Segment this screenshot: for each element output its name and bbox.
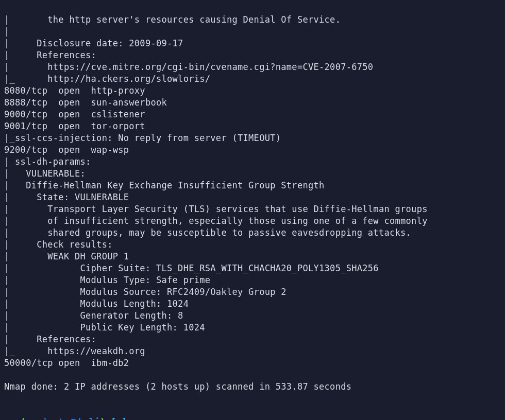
prompt-box-top: ┌── bbox=[4, 417, 21, 420]
prompt-user: projectm bbox=[26, 417, 69, 420]
terminal-output: | the http server's resources causing De… bbox=[4, 14, 501, 405]
prompt-bracket-open: [ bbox=[111, 417, 116, 420]
prompt-at: ㉿ bbox=[69, 417, 78, 420]
prompt-host: kali bbox=[78, 417, 100, 420]
prompt-paren-close: ) bbox=[100, 417, 106, 420]
terminal-window[interactable]: | the http server's resources causing De… bbox=[0, 0, 505, 420]
prompt-bracket-close: ] bbox=[122, 417, 127, 420]
prompt-dash: - bbox=[105, 417, 111, 420]
prompt-path: ~ bbox=[116, 417, 122, 420]
prompt-paren-open: ( bbox=[21, 417, 26, 420]
prompt-line-1: ┌──(projectm㉿kali)-[~] bbox=[4, 417, 127, 420]
